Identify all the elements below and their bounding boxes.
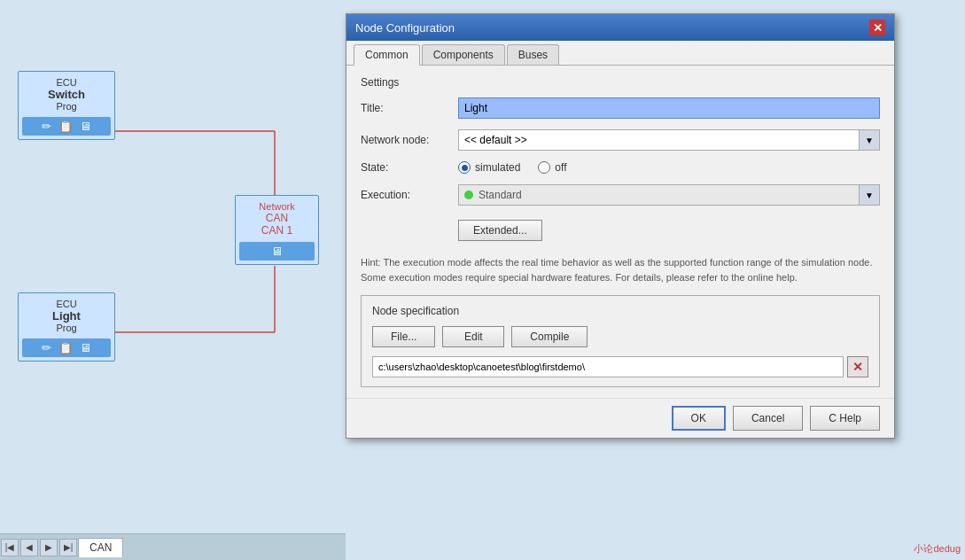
nav-prev-btn[interactable]: ◀	[20, 539, 38, 556]
cancel-button[interactable]: Cancel	[733, 406, 803, 431]
state-off-label: off	[555, 161, 566, 174]
bottom-tab-bar: |◀ ◀ ▶ ▶| CAN	[0, 533, 346, 560]
node-spec-title: Node specification	[372, 305, 868, 317]
file-path-input[interactable]	[372, 356, 844, 377]
settings-section-label: Settings	[361, 76, 880, 89]
execution-label: Execution:	[361, 189, 458, 201]
extended-btn-row: Extended...	[361, 216, 880, 248]
ecu-switch-name: Switch	[22, 88, 111, 101]
pencil-icon[interactable]: ✏	[42, 341, 51, 354]
node-spec-buttons: File... Edit Compile	[372, 326, 868, 347]
execution-value: Standard	[479, 189, 522, 201]
network-box: Network CAN CAN 1 🖥	[235, 195, 319, 265]
node-specification-section: Node specification File... Edit Compile …	[361, 295, 880, 387]
ecu-light-box: ECU Light Prog ✏ 📋 🖥	[18, 292, 115, 362]
extended-button[interactable]: Extended...	[458, 220, 542, 241]
execution-wrapper: Standard ▼	[458, 184, 880, 206]
execution-status-dot	[464, 191, 473, 199]
tab-can[interactable]: CAN	[78, 538, 123, 557]
dialog-close-button[interactable]: ✕	[869, 19, 885, 35]
network-node-label: Network node:	[361, 134, 458, 146]
monitor-icon[interactable]: 🖥	[80, 341, 91, 354]
compile-button[interactable]: Compile	[511, 326, 588, 347]
help-button[interactable]: C Help	[810, 406, 880, 431]
network-name1: CAN	[239, 212, 315, 224]
pencil-icon[interactable]: ✏	[42, 120, 51, 133]
node-config-dialog: Node Configuration ✕ Common Components B…	[346, 13, 895, 439]
state-row: State: simulated off	[361, 161, 880, 174]
clear-path-button[interactable]: ✕	[847, 356, 868, 377]
monitor-icon[interactable]: 🖥	[80, 120, 91, 133]
nav-first-btn[interactable]: |◀	[1, 539, 19, 556]
file-button[interactable]: File...	[372, 326, 435, 347]
nav-next-btn[interactable]: ▶	[40, 539, 58, 556]
state-simulated-option[interactable]: simulated	[458, 161, 520, 174]
state-off-radio[interactable]	[538, 161, 550, 174]
dialog-content: Settings Title: Network node: << default…	[346, 66, 894, 398]
ecu-switch-prog: Prog	[22, 101, 111, 112]
tab-buses[interactable]: Buses	[507, 44, 559, 65]
execution-row: Execution: Standard ▼	[361, 184, 880, 206]
state-label: State:	[361, 161, 458, 174]
tab-components[interactable]: Components	[422, 44, 505, 65]
network-node-select[interactable]: << default >>	[458, 129, 880, 151]
title-label: Title:	[361, 102, 458, 114]
ecu-light-toolbar: ✏ 📋 🖥	[22, 338, 111, 357]
title-input[interactable]	[458, 97, 880, 119]
network-monitor-icon[interactable]: 🖥	[271, 245, 283, 258]
ecu-light-prog: Prog	[22, 323, 111, 333]
nav-last-btn[interactable]: ▶|	[59, 539, 77, 556]
dialog-title: Node Configuration	[355, 21, 455, 35]
ecu-light-name: Light	[22, 309, 111, 323]
state-simulated-radio[interactable]	[458, 161, 471, 174]
state-off-option[interactable]: off	[538, 161, 566, 174]
network-node-select-wrapper: << default >> ▼	[458, 129, 880, 151]
execution-display: Standard	[458, 184, 880, 206]
dialog-footer: OK Cancel C Help	[346, 398, 894, 438]
state-radio-group: simulated off	[458, 161, 880, 174]
edit-button[interactable]: Edit	[442, 326, 504, 347]
network-name2: CAN 1	[239, 224, 315, 237]
dialog-titlebar: Node Configuration ✕	[346, 14, 894, 41]
ecu-switch-toolbar: ✏ 📋 🖥	[22, 117, 111, 136]
tab-common[interactable]: Common	[354, 44, 420, 66]
hint-text: Hint: The execution mode affects the rea…	[361, 255, 880, 284]
network-node-row: Network node: << default >> ▼	[361, 129, 880, 151]
dialog-tabs: Common Components Buses	[346, 41, 894, 66]
file-path-row: ✕	[372, 356, 868, 377]
network-label: Network	[239, 201, 315, 212]
book-icon[interactable]: 📋	[58, 120, 73, 133]
title-row: Title:	[361, 97, 880, 119]
network-toolbar: 🖥	[239, 242, 315, 261]
book-icon[interactable]: 📋	[58, 341, 73, 354]
state-simulated-label: simulated	[475, 161, 520, 174]
ok-button[interactable]: OK	[672, 406, 726, 431]
ecu-switch-label: ECU	[22, 77, 111, 88]
ecu-light-label: ECU	[22, 299, 111, 309]
ecu-switch-box: ECU Switch Prog ✏ 📋 🖥	[18, 71, 115, 140]
